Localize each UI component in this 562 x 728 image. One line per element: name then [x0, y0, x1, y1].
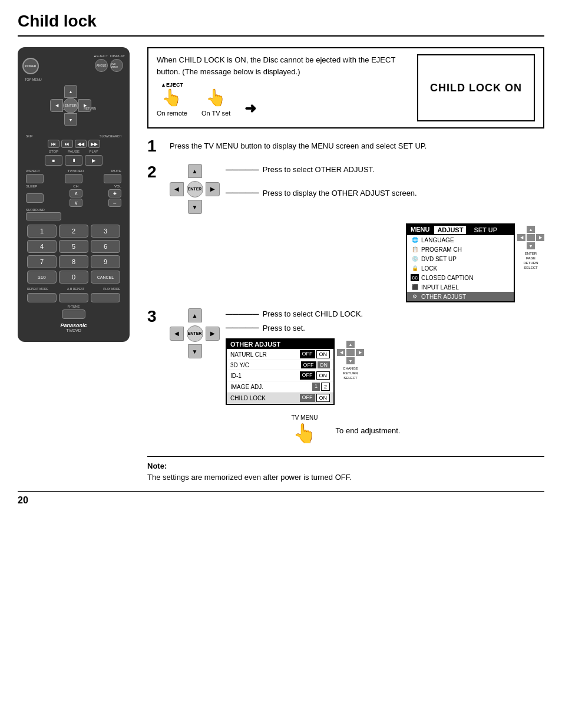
ch-down-button[interactable]: ∨: [70, 199, 82, 207]
slow-fwd-button[interactable]: ▶▶: [88, 140, 100, 148]
menu-with-nav: MENU ADJUST SET UP 🌐 LANGUAGE 📋 PROGRAM …: [406, 223, 544, 302]
skip-back-button[interactable]: ⏮: [48, 140, 59, 148]
btn-3[interactable]: 3: [91, 225, 120, 238]
number-grid: 1 2 3 4 5 6 7 8 9 ≥10 0 CANCEL: [22, 222, 125, 286]
btn-2[interactable]: 2: [59, 225, 88, 238]
r-tune-label: R-TUNE: [22, 305, 125, 308]
ch-up-button[interactable]: ∧: [70, 189, 82, 197]
btn-1[interactable]: 1: [27, 225, 57, 238]
btn-5[interactable]: 5: [59, 240, 88, 253]
menu-item-lock-label: LOCK: [421, 265, 437, 272]
dpad-area: TV MENU ▲ ▼ ◀ ▶ ENTER RETURN: [22, 85, 125, 132]
step-3-set-text: Press to set.: [263, 322, 305, 334]
step-3-right: ───── Press to select CHILD LOCK. ───── …: [226, 308, 364, 405]
sleep-button[interactable]: [26, 193, 44, 203]
eject-label-top: ▲EJECT: [93, 54, 108, 58]
other-adjust-area: OTHER ADJUST NATURL CLR OFF ON 3D Y/C: [226, 338, 364, 405]
ch-label: CH: [73, 185, 78, 188]
nav-right: ▶: [536, 234, 544, 241]
dpad-up[interactable]: ▲: [64, 85, 77, 98]
menu-tab-setup: SET UP: [471, 226, 500, 234]
dpad-down[interactable]: ▼: [64, 113, 77, 126]
menu-area: MENU ADJUST SET UP 🌐 LANGUAGE 📋 PROGRAM …: [147, 223, 544, 302]
child-lock-toggle: OFF ON: [300, 394, 330, 402]
note-section: Note: The settings are memorized even af…: [147, 456, 544, 482]
tv-video-button[interactable]: [65, 174, 82, 183]
btn-4[interactable]: 4: [27, 240, 57, 253]
menu-item-cc-label: CLOSED CAPTION: [421, 275, 473, 281]
image-adj-toggle: 1 2: [312, 383, 330, 391]
slow-back-button[interactable]: ◀◀: [75, 140, 87, 148]
menu-item-program-ch-label: PROGRAM CH: [421, 246, 462, 253]
dvd-setup-icon: 💿: [411, 255, 419, 262]
dpad-illustration-3: ▲ ▼ ◀ ▶ ENTER: [170, 308, 220, 358]
angle-button[interactable]: ANGLE: [95, 59, 108, 72]
step-2-content: ▲ ▼ ◀ ▶ ENTER ───── Press to select OTHE…: [170, 164, 417, 214]
step-3-select-text: Press to select CHILD LOCK.: [263, 308, 363, 320]
vol-down-button[interactable]: −: [108, 199, 121, 207]
aspect-button[interactable]: [26, 174, 44, 183]
image-adj-1: 1: [312, 383, 320, 391]
step-1-number: 1: [147, 138, 161, 154]
pause-button[interactable]: ⏸: [65, 155, 82, 166]
btn-8[interactable]: 8: [59, 255, 88, 268]
btn-7[interactable]: 7: [27, 255, 57, 268]
step-2-display-text: Press to display the OTHER ADJUST screen…: [263, 187, 417, 199]
dpad-left[interactable]: ◀: [50, 99, 63, 112]
naturl-clr-off: OFF: [300, 350, 315, 358]
vol-label: VOL: [114, 185, 121, 188]
remote-control: POWER ▲EJECT DISPLAY ANGLE DVD MENU: [18, 47, 135, 482]
page-title: Child lock: [18, 12, 544, 37]
other-adjust-box: OTHER ADJUST NATURL CLR OFF ON 3D Y/C: [226, 338, 335, 405]
step-1-text: Press the TV MENU button to display the …: [170, 140, 544, 152]
surround-button[interactable]: [26, 212, 61, 220]
menu-item-input-label-text: INPUT LABEL: [421, 284, 459, 291]
ab-repeat-button[interactable]: [59, 293, 88, 302]
illus3-left: ◀: [170, 327, 184, 341]
step-2: 2 ▲ ▼ ◀ ▶ ENTER ───── Press to select OT…: [147, 164, 544, 214]
enter-button[interactable]: ENTER: [63, 98, 78, 113]
mute-button[interactable]: [104, 174, 121, 183]
btn-ge10[interactable]: ≥10: [27, 271, 57, 284]
menu-item-language: 🌐 LANGUAGE: [407, 235, 514, 245]
r-tune-button[interactable]: [62, 309, 85, 319]
id1-label: ID-1: [230, 373, 242, 379]
surround-label: SURROUND: [26, 208, 121, 212]
adjust-row-child-lock: CHILD LOCK OFF ON: [227, 393, 333, 404]
btn-0[interactable]: 0: [59, 271, 88, 284]
dvd-menu-button[interactable]: DVD MENU: [110, 59, 123, 72]
child-lock-display: CHILD LOCK ON: [417, 54, 535, 121]
illus-enter: ENTER: [187, 181, 203, 197]
step-2-number: 2: [147, 164, 161, 180]
menu-title-bar: MENU ADJUST SET UP: [407, 225, 514, 235]
tv-menu-area: TV MENU 👆 To end adjustment.: [147, 414, 544, 444]
adj-nav-left: ◀: [337, 349, 345, 356]
vol-up-button[interactable]: +: [108, 189, 121, 197]
btn-cancel[interactable]: CANCEL: [91, 271, 120, 284]
adj-nav-up: ▲: [346, 341, 355, 348]
btn-9[interactable]: 9: [91, 255, 120, 268]
arrow-icon-1: ─────: [226, 164, 259, 175]
illus-down: ▼: [188, 200, 202, 214]
play-button[interactable]: ▶: [85, 155, 103, 166]
other-adjust-icon: ⚙: [411, 293, 419, 300]
adj-nav-center: [346, 349, 355, 356]
power-button[interactable]: POWER: [22, 58, 39, 74]
skip-fwd-button[interactable]: ⏭: [61, 140, 73, 148]
stop-button[interactable]: ■: [45, 155, 62, 166]
play-mode-label: PLAY MODE: [103, 287, 120, 291]
repeat-mode-button[interactable]: [27, 293, 57, 302]
btn-6[interactable]: 6: [91, 240, 120, 253]
menu-item-closed-caption: CC CLOSED CAPTION: [407, 273, 514, 282]
adjust-row-id1: ID-1 OFF ON: [227, 370, 333, 381]
image-adj-label: IMAGE ADJ.: [230, 384, 263, 390]
dpad[interactable]: ▲ ▼ ◀ ▶ ENTER: [50, 85, 91, 126]
play-mode-button[interactable]: [91, 293, 120, 302]
illus3-enter: ENTER: [187, 325, 203, 342]
nav-page-label: PAGE: [526, 256, 535, 260]
adj-change-label: CHANGE: [343, 367, 358, 370]
id1-toggle: OFF ON: [300, 371, 330, 380]
nav-left: ◀: [517, 234, 525, 241]
aspect-label: ASPECT: [26, 169, 40, 173]
remote-body: POWER ▲EJECT DISPLAY ANGLE DVD MENU: [18, 47, 130, 342]
